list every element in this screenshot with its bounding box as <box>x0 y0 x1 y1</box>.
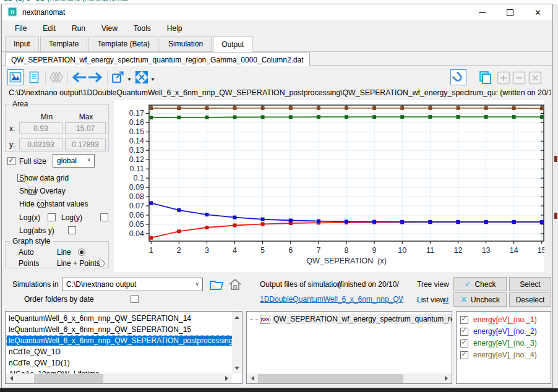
uncheck-button[interactable]: ✕Uncheck <box>453 292 507 307</box>
output-file-item[interactable]: QW_SEPERATION_wf_energy_spectrum_quantum… <box>250 314 452 324</box>
legend-item[interactable]: energy[eV]_(no._4) <box>460 351 537 359</box>
overlay-icon <box>48 69 64 85</box>
y-max-field[interactable]: 0.17893 <box>65 138 106 150</box>
folder-list-item[interactable]: nCdTe_QW_1D(1) <box>7 358 72 368</box>
menu-file[interactable]: File <box>7 22 35 35</box>
folder-list-item[interactable]: leQuantumWell_6_x_6nm_nnp_QW_SEPERATION_… <box>7 325 193 334</box>
legend-checkbox[interactable] <box>460 316 468 324</box>
scope-select-value: global <box>57 156 77 165</box>
duplicate-tab-icon[interactable] <box>477 69 493 85</box>
simulation-folder-link[interactable]: 1DDoubleQuantumWell_6_x_6nm_nnp_QW_SEP <box>260 295 403 304</box>
log-x-checkbox[interactable] <box>48 213 56 221</box>
menu-run[interactable]: Run <box>64 22 93 35</box>
tab-template-beta[interactable]: Template (Beta) <box>88 36 158 51</box>
folder-list-item[interactable]: leQuantumWell_6_x_6nm_nnp_QW_SEPERATION_… <box>7 336 234 346</box>
scroll-left-arrow[interactable] <box>6 373 15 383</box>
scrollbar-thumb[interactable] <box>258 374 403 383</box>
minimize-button[interactable] <box>468 4 496 20</box>
order-folders-checkbox[interactable] <box>131 295 139 303</box>
snap-magnet-icon[interactable] <box>450 69 466 85</box>
menu-tools[interactable]: Tools <box>126 22 159 35</box>
tab-template[interactable]: Template <box>40 36 88 51</box>
menu-view[interactable]: View <box>93 22 126 35</box>
text-view-icon[interactable] <box>26 69 42 85</box>
full-size-label: Full size <box>19 157 46 166</box>
maximize-button[interactable] <box>496 4 524 20</box>
legend-panel: energy[eV]_(no._1) energy[eV]_(no._2) en… <box>456 311 551 384</box>
chart-panel: 0.040.050.060.070.080.090.10.110.120.130… <box>114 100 544 272</box>
back-arrow-icon[interactable] <box>71 69 87 85</box>
scroll-down-arrow[interactable] <box>232 364 242 373</box>
forward-arrow-icon[interactable] <box>88 69 104 85</box>
legend-item[interactable]: energy[eV]_(no._2) <box>460 327 537 336</box>
chevron-down-icon: ∨ <box>195 281 199 287</box>
scroll-right-arrow[interactable] <box>222 373 232 383</box>
link-tail-fragment[interactable]: st <box>443 296 449 304</box>
horizontal-scrollbar[interactable] <box>247 373 452 383</box>
dat-chart-icon <box>260 315 270 324</box>
fit-dropdown-caret[interactable]: ▼ <box>150 77 155 82</box>
plot-view-icon[interactable] <box>7 69 24 85</box>
output-file-name: QW_SEPERATION_wf_energy_spectrum_quantum… <box>272 314 452 324</box>
scrollbar-thumb[interactable] <box>34 374 103 383</box>
svg-text:7: 7 <box>316 246 320 255</box>
tab-simulation[interactable]: Simulation <box>160 36 212 51</box>
log-abs-y-checkbox[interactable] <box>68 226 76 234</box>
legend-checkbox[interactable] <box>460 328 468 336</box>
remove-tab-icon <box>512 71 526 85</box>
menu-edit[interactable]: Edit <box>35 22 64 35</box>
x-max-field[interactable]: 15.07 <box>65 122 106 134</box>
select-button[interactable]: Select <box>509 277 551 291</box>
export-dropdown-caret[interactable]: ▼ <box>127 77 132 82</box>
open-folder-icon[interactable] <box>209 277 224 294</box>
list-view-label: List view <box>417 296 445 304</box>
output-files-list: QW_SEPERATION_wf_energy_spectrum_quantum… <box>246 311 452 384</box>
legend-item[interactable]: energy[eV]_(no._3) <box>460 339 537 347</box>
max-column-header: Max <box>68 113 104 121</box>
scroll-right-arrow[interactable] <box>442 373 452 383</box>
svg-text:0.06: 0.06 <box>129 211 144 219</box>
fit-window-icon[interactable] <box>134 69 150 85</box>
svg-text:4: 4 <box>233 246 237 255</box>
simulations-folder-combo[interactable]: C:\D\nextnano output ∨ <box>62 278 203 291</box>
tab-input[interactable]: Input <box>5 36 39 51</box>
scroll-up-arrow[interactable] <box>232 312 242 322</box>
vertical-scrollbar[interactable] <box>232 312 242 373</box>
svg-text:3: 3 <box>205 246 209 255</box>
taskbar-strip <box>0 388 558 392</box>
deselect-button[interactable]: Deselect <box>509 292 551 307</box>
horizontal-scrollbar[interactable] <box>6 373 232 383</box>
folder-list-item[interactable]: leQuantumWell_6_x_6nm_nnp_QW_SEPERATION_… <box>7 313 193 323</box>
svg-text:13: 13 <box>482 246 491 255</box>
full-size-checkbox[interactable] <box>7 157 15 165</box>
export-icon[interactable] <box>110 69 126 85</box>
file-tab[interactable]: QW_SEPERATION_wf_energy_spectrum_quantum… <box>5 53 310 66</box>
svg-text:15: 15 <box>538 246 544 255</box>
svg-text:0.17: 0.17 <box>129 109 144 117</box>
overlay-glyph <box>49 70 64 85</box>
svg-text:6: 6 <box>288 246 293 255</box>
legend-checkbox[interactable] <box>460 351 468 359</box>
energy-spectrum-chart[interactable]: 0.040.050.060.070.080.090.10.110.120.130… <box>114 100 544 272</box>
output-file-path: C:\D\nextnano output\1DDoubleQuantumWell… <box>9 88 551 97</box>
tree-connector <box>250 318 258 320</box>
folder-list-item[interactable]: nCdTe_QW_1D <box>7 347 62 357</box>
home-icon[interactable] <box>228 277 243 294</box>
legend-label: energy[eV]_(no._1) <box>473 315 537 324</box>
y-min-field[interactable]: 0.03193 <box>19 138 62 150</box>
output-files-label: Output files of simulation <box>260 280 341 289</box>
x-min-field[interactable]: 0.93 <box>19 122 62 134</box>
svg-text:0.07: 0.07 <box>129 202 144 210</box>
menu-help[interactable]: Help <box>159 22 191 35</box>
scope-select[interactable]: global ∨ <box>53 154 95 168</box>
legend-label: energy[eV]_(no._4) <box>473 351 537 359</box>
tab-output[interactable]: Output <box>213 36 252 52</box>
log-y-checkbox[interactable] <box>100 213 108 221</box>
area-group-title: Area <box>10 100 30 108</box>
legend-item[interactable]: energy[eV]_(no._1) <box>460 315 537 324</box>
legend-label: energy[eV]_(no._2) <box>473 327 537 336</box>
close-button[interactable]: ✕ <box>524 4 552 20</box>
check-button[interactable]: ✓Check <box>453 277 507 291</box>
legend-checkbox[interactable] <box>460 339 468 347</box>
scroll-left-arrow[interactable] <box>247 373 257 383</box>
